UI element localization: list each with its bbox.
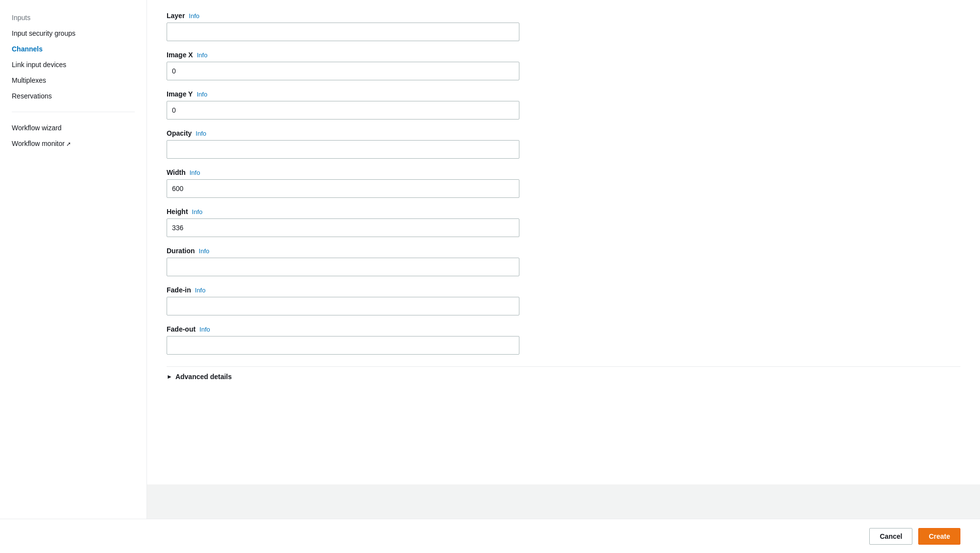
label-height: HeightInfo <box>167 208 960 216</box>
advanced-details-label: Advanced details <box>175 373 232 381</box>
field-image-y: Image YInfo <box>167 90 960 120</box>
sidebar-item-reservations[interactable]: Reservations <box>0 88 147 104</box>
info-link-fade-in[interactable]: Info <box>195 287 206 294</box>
input-duration[interactable] <box>167 258 519 276</box>
input-image-x[interactable] <box>167 62 519 80</box>
label-text-duration: Duration <box>167 247 195 255</box>
label-text-height: Height <box>167 208 188 216</box>
label-opacity: OpacityInfo <box>167 129 960 137</box>
label-width: WidthInfo <box>167 168 960 176</box>
label-text-image-x: Image X <box>167 51 193 59</box>
main-content: LayerInfoImage XInfoImage YInfoOpacityIn… <box>147 0 980 519</box>
field-layer: LayerInfo <box>167 12 960 41</box>
sidebar: InputsInput security groupsChannelsLink … <box>0 0 147 519</box>
label-text-fade-out: Fade-out <box>167 325 196 333</box>
info-link-height[interactable]: Info <box>192 208 203 216</box>
label-text-image-y: Image Y <box>167 90 193 98</box>
label-layer: LayerInfo <box>167 12 960 20</box>
sidebar-item-workflow-monitor[interactable]: Workflow monitor ➚ <box>0 136 147 151</box>
external-link-icon: ➚ <box>65 141 71 147</box>
form-container: LayerInfoImage XInfoImage YInfoOpacityIn… <box>147 0 980 484</box>
input-fade-in[interactable] <box>167 297 519 315</box>
advanced-details-toggle[interactable]: ► Advanced details <box>167 373 232 381</box>
sidebar-item-inputs[interactable]: Inputs <box>0 10 147 25</box>
advanced-details-section: ► Advanced details <box>167 366 960 386</box>
info-link-fade-out[interactable]: Info <box>199 326 210 333</box>
info-link-image-x[interactable]: Info <box>197 51 208 59</box>
sidebar-item-channels[interactable]: Channels <box>0 41 147 57</box>
info-link-image-y[interactable]: Info <box>196 91 207 98</box>
chevron-right-icon: ► <box>167 373 172 380</box>
info-link-layer[interactable]: Info <box>189 12 199 20</box>
field-fade-in: Fade-inInfo <box>167 286 960 315</box>
footer: Cancel Create <box>0 519 980 553</box>
label-text-layer: Layer <box>167 12 185 20</box>
input-opacity[interactable] <box>167 140 519 159</box>
create-button[interactable]: Create <box>918 528 960 545</box>
input-width[interactable] <box>167 179 519 198</box>
label-text-width: Width <box>167 168 186 176</box>
label-image-y: Image YInfo <box>167 90 960 98</box>
label-text-opacity: Opacity <box>167 129 192 137</box>
input-fade-out[interactable] <box>167 336 519 355</box>
field-duration: DurationInfo <box>167 247 960 276</box>
field-height: HeightInfo <box>167 208 960 237</box>
field-opacity: OpacityInfo <box>167 129 960 159</box>
label-fade-in: Fade-inInfo <box>167 286 960 294</box>
field-fade-out: Fade-outInfo <box>167 325 960 355</box>
field-image-x: Image XInfo <box>167 51 960 80</box>
label-duration: DurationInfo <box>167 247 960 255</box>
sidebar-item-multiplexes[interactable]: Multiplexes <box>0 72 147 88</box>
label-fade-out: Fade-outInfo <box>167 325 960 333</box>
cancel-button[interactable]: Cancel <box>869 528 912 545</box>
input-height[interactable] <box>167 218 519 237</box>
input-layer[interactable] <box>167 23 519 41</box>
sidebar-item-link-input-devices[interactable]: Link input devices <box>0 57 147 72</box>
sidebar-item-input-security-groups[interactable]: Input security groups <box>0 25 147 41</box>
input-image-y[interactable] <box>167 101 519 120</box>
sidebar-divider <box>12 112 135 112</box>
info-link-duration[interactable]: Info <box>199 247 210 255</box>
sidebar-item-workflow-wizard[interactable]: Workflow wizard <box>0 120 147 136</box>
info-link-opacity[interactable]: Info <box>196 130 206 137</box>
info-link-width[interactable]: Info <box>190 169 200 176</box>
label-image-x: Image XInfo <box>167 51 960 59</box>
field-width: WidthInfo <box>167 168 960 198</box>
label-text-fade-in: Fade-in <box>167 286 191 294</box>
